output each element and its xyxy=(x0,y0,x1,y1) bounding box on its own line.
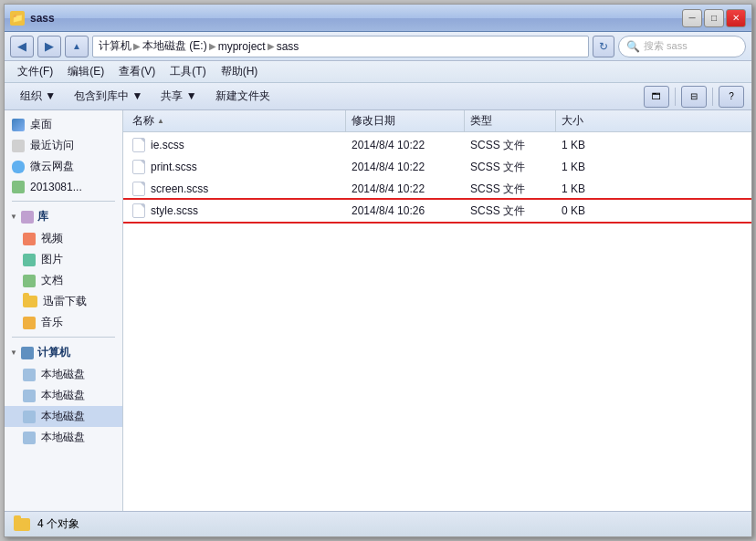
sidebar-item-video[interactable]: 视频 xyxy=(5,228,122,249)
search-bar[interactable]: 🔍 搜索 sass xyxy=(618,36,746,57)
computer-icon xyxy=(21,347,34,359)
file-row-ie-scss[interactable]: ie.scss 2014/8/4 10:22 SCSS 文件 1 KB xyxy=(123,134,751,156)
sidebar-label-video: 视频 xyxy=(41,231,63,246)
titlebar: 📁 sass ─ □ ✕ xyxy=(5,5,751,32)
recent-icon xyxy=(12,140,25,152)
share-button[interactable]: 共享 ▼ xyxy=(152,86,205,108)
file-type-print: SCSS 文件 xyxy=(465,160,556,175)
desktop-icon xyxy=(12,119,25,131)
drive4-icon xyxy=(23,432,36,444)
new-folder-button[interactable]: 新建文件夹 xyxy=(207,86,278,108)
organize-button[interactable]: 组织 ▼ xyxy=(12,86,64,108)
minimize-button[interactable]: ─ xyxy=(682,9,702,27)
statusbar-folder-icon xyxy=(14,518,30,531)
menu-tools[interactable]: 工具(T) xyxy=(163,62,213,81)
file-row-style-scss[interactable]: style.scss 2014/8/4 10:26 SCSS 文件 0 KB xyxy=(123,200,751,222)
sidebar-label-drive1: 本地磁盘 xyxy=(41,367,85,382)
section-arrow-computer: ▼ xyxy=(10,349,17,357)
sidebar-item-cloud[interactable]: 微云网盘 xyxy=(5,156,122,177)
breadcrumb-computer[interactable]: 计算机 xyxy=(99,38,131,54)
sidebar-item-drive3[interactable]: 本地磁盘 xyxy=(5,406,122,427)
titlebar-title: sass xyxy=(30,12,55,25)
col-header-name[interactable]: 名称 ▲ xyxy=(127,110,346,131)
menu-edit[interactable]: 编辑(E) xyxy=(60,62,111,81)
statusbar: 4 个对象 xyxy=(5,511,751,536)
file-name-ie: ie.scss xyxy=(127,138,346,152)
sidebar-item-recent[interactable]: 最近访问 xyxy=(5,135,122,156)
sidebar-label-drive2: 本地磁盘 xyxy=(41,388,85,403)
main-area: 桌面 最近访问 微云网盘 2013081... ▼ 库 xyxy=(5,110,751,511)
file-type-ie: SCSS 文件 xyxy=(465,138,556,153)
sidebar-section-library[interactable]: ▼ 库 xyxy=(5,205,122,228)
drive2-icon xyxy=(23,390,36,402)
statusbar-count: 4 个对象 xyxy=(37,516,79,532)
breadcrumb[interactable]: 计算机 ▶ 本地磁盘 (E:) ▶ myproject ▶ sass xyxy=(92,36,589,57)
up-button[interactable]: ▲ xyxy=(65,36,89,57)
sidebar-divider2 xyxy=(12,337,115,338)
file-date-ie: 2014/8/4 10:22 xyxy=(346,139,465,151)
col-name-label: 名称 xyxy=(132,113,154,129)
drive1-icon xyxy=(23,369,36,381)
file-size-style: 0 KB xyxy=(556,204,629,217)
sidebar-label-thunder: 迅雷下载 xyxy=(43,294,87,309)
sidebar-item-drive1[interactable]: 本地磁盘 xyxy=(5,364,122,385)
col-header-size[interactable]: 大小 xyxy=(556,110,629,131)
sidebar-item-docs[interactable]: 文档 xyxy=(5,270,122,291)
refresh-button[interactable]: ↻ xyxy=(593,36,614,57)
breadcrumb-drive[interactable]: 本地磁盘 (E:) xyxy=(142,38,207,54)
docs-icon xyxy=(23,275,36,287)
explorer-window: 📁 sass ─ □ ✕ ◀ ▶ ▲ 计算机 ▶ 本地磁盘 (E:) ▶ myp… xyxy=(4,4,752,537)
sidebar-item-desktop[interactable]: 桌面 xyxy=(5,114,122,135)
file-size-print: 1 KB xyxy=(556,161,629,173)
file-date-print: 2014/8/4 10:22 xyxy=(346,161,465,173)
menu-help[interactable]: 帮助(H) xyxy=(214,62,266,81)
sidebar-item-drive4[interactable]: 本地磁盘 xyxy=(5,427,122,448)
col-header-date[interactable]: 修改日期 xyxy=(346,110,465,131)
close-button[interactable]: ✕ xyxy=(726,9,746,27)
video-icon xyxy=(23,233,36,245)
col-size-label: 大小 xyxy=(562,113,583,129)
pane-button[interactable]: ⊟ xyxy=(681,86,707,108)
file-date-screen: 2014/8/4 10:22 xyxy=(346,182,465,195)
file-row-screen-scss[interactable]: screen.scss 2014/8/4 10:22 SCSS 文件 1 KB xyxy=(123,178,751,200)
sidebar-section-computer[interactable]: ▼ 计算机 xyxy=(5,341,122,364)
col-type-label: 类型 xyxy=(470,113,492,129)
lib-icon xyxy=(21,211,34,224)
breadcrumb-sep1: ▶ xyxy=(133,41,141,51)
filelist: ie.scss 2014/8/4 10:22 SCSS 文件 1 KB prin… xyxy=(123,132,751,511)
file-row-print-scss[interactable]: print.scss 2014/8/4 10:22 SCSS 文件 1 KB xyxy=(123,156,751,178)
view-toggle-button[interactable]: 🗔 xyxy=(644,86,669,108)
file-type-style: SCSS 文件 xyxy=(465,203,556,219)
file-name-screen: screen.scss xyxy=(127,182,346,196)
breadcrumb-sass[interactable]: sass xyxy=(277,40,299,53)
sidebar-item-image[interactable]: 图片 xyxy=(5,249,122,270)
menu-file[interactable]: 文件(F) xyxy=(10,62,60,81)
back-button[interactable]: ◀ xyxy=(10,36,34,57)
filelist-header: 名称 ▲ 修改日期 类型 大小 xyxy=(123,110,751,132)
sidebar-item-music[interactable]: 音乐 xyxy=(5,312,122,333)
sidebar-label-image: 图片 xyxy=(41,252,63,267)
file-type-screen: SCSS 文件 xyxy=(465,182,556,197)
breadcrumb-project[interactable]: myproject xyxy=(218,40,266,53)
file-icon-ie xyxy=(132,138,145,152)
include-library-button[interactable]: 包含到库中 ▼ xyxy=(66,86,151,108)
file-name-print: print.scss xyxy=(127,160,346,174)
toolbar: 组织 ▼ 包含到库中 ▼ 共享 ▼ 新建文件夹 🗔 ⊟ ? xyxy=(5,83,751,110)
sidebar-item-drive2[interactable]: 本地磁盘 xyxy=(5,385,122,406)
toolbar-separator xyxy=(675,88,676,106)
sidebar-label-docs: 文档 xyxy=(41,273,63,288)
restore-button[interactable]: □ xyxy=(704,9,724,27)
addressbar: ◀ ▶ ▲ 计算机 ▶ 本地磁盘 (E:) ▶ myproject ▶ sass… xyxy=(5,32,751,61)
sidebar-label-desktop: 桌面 xyxy=(30,117,52,132)
sidebar-label-computer: 计算机 xyxy=(37,345,70,360)
help-toolbar-button[interactable]: ? xyxy=(719,86,744,108)
titlebar-left: 📁 sass xyxy=(10,11,55,26)
sidebar-item-thunder[interactable]: 迅雷下载 xyxy=(5,291,122,312)
col-header-type[interactable]: 类型 xyxy=(465,110,556,131)
file-icon-style xyxy=(132,203,145,218)
menu-view[interactable]: 查看(V) xyxy=(111,62,163,81)
forward-button[interactable]: ▶ xyxy=(37,36,61,57)
sidebar-item-2013[interactable]: 2013081... xyxy=(5,177,122,197)
file-size-screen: 1 KB xyxy=(556,182,629,195)
drive3-icon xyxy=(23,411,36,423)
